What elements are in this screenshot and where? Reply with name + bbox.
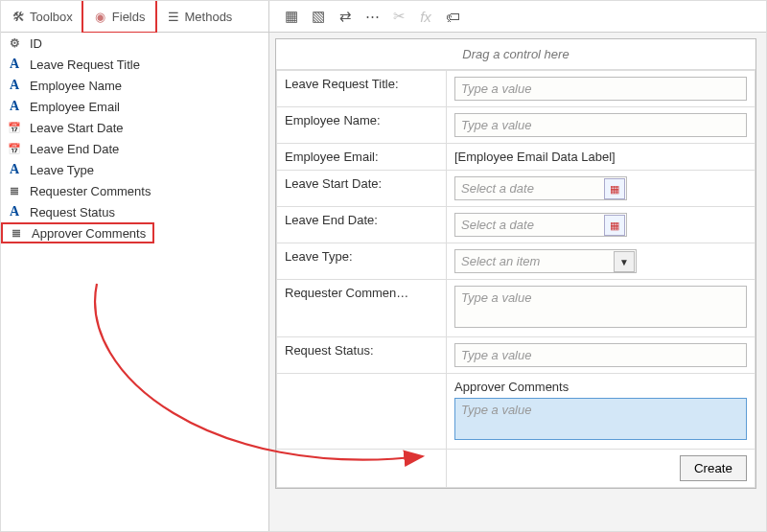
text-input[interactable]: [454, 113, 747, 137]
field-item[interactable]: ALeave Request Title: [1, 54, 268, 75]
more-icon[interactable]: ⋯: [363, 8, 381, 25]
field-control-cell: [447, 280, 755, 337]
field-label-cell: Leave Request Title:: [277, 71, 447, 107]
field-type-icon: ≣: [9, 225, 24, 241]
fx-icon: fx: [417, 8, 434, 25]
form-row: Create: [277, 450, 755, 488]
field-label-cell: Leave Type:: [277, 243, 447, 280]
field-label-cell: Employee Email:: [277, 144, 447, 171]
fields-panel: ⚙IDALeave Request TitleAEmployee NameAEm…: [1, 33, 269, 532]
field-label-cell: [277, 374, 447, 450]
form-row: Request Status:: [277, 337, 755, 374]
field-label: Approver Comments: [32, 226, 146, 241]
approver-comments-input[interactable]: [454, 398, 747, 440]
tab-toolbox[interactable]: 🛠 Toolbox: [1, 1, 82, 32]
date-input[interactable]: [454, 213, 627, 237]
drop-hint[interactable]: Drag a control here: [276, 39, 755, 70]
field-type-icon: 📅: [7, 141, 22, 156]
tab-fields[interactable]: ◉ Fields: [81, 0, 157, 34]
form-row: Requester Commen…: [277, 280, 755, 337]
form-table: Leave Request Title:Employee Name:Employ…: [276, 70, 755, 488]
field-label-cell: Leave Start Date:: [277, 171, 447, 207]
field-item[interactable]: ⚙ID: [1, 33, 268, 54]
chevron-down-icon[interactable]: ▼: [614, 251, 635, 272]
calendar-icon[interactable]: ▦: [604, 215, 625, 236]
cut-icon: ✂: [390, 8, 407, 25]
field-label: Leave Request Title: [30, 58, 140, 72]
panel-tabs: 🛠 Toolbox ◉ Fields ☰ Methods: [1, 1, 269, 32]
field-label: Employee Name: [30, 79, 122, 93]
field-item[interactable]: 📅Leave End Date: [1, 138, 268, 159]
methods-icon: ☰: [166, 9, 181, 24]
tab-label: Fields: [112, 10, 146, 24]
field-type-icon: A: [7, 162, 22, 177]
form-layout: Drag a control here Leave Request Title:…: [275, 38, 756, 489]
field-type-icon: ⚙: [7, 35, 22, 51]
design-canvas[interactable]: Drag a control here Leave Request Title:…: [269, 33, 766, 532]
field-label: Leave Start Date: [30, 121, 124, 135]
toolbox-icon: 🛠: [11, 9, 26, 24]
field-type-icon: ≣: [7, 183, 22, 198]
form-row: Leave Type:▼: [277, 243, 755, 280]
tab-label: Toolbox: [30, 10, 73, 24]
form-row: Approver Comments: [277, 374, 755, 450]
fields-icon: ◉: [93, 9, 108, 24]
date-input[interactable]: [454, 176, 627, 200]
tab-label: Methods: [185, 10, 233, 24]
textarea-input[interactable]: [454, 286, 747, 328]
field-type-icon: A: [7, 57, 22, 72]
field-control-cell: ▦: [447, 171, 755, 207]
field-control-cell: Approver Comments: [447, 374, 755, 450]
field-type-icon: 📅: [7, 120, 22, 135]
form-row: Employee Email:[Employee Email Data Labe…: [277, 144, 755, 171]
form-row: Leave Start Date:▦: [277, 171, 755, 207]
tab-methods[interactable]: ☰ Methods: [156, 1, 243, 32]
form-row: Employee Name:: [277, 107, 755, 144]
field-item[interactable]: AEmployee Email: [1, 96, 268, 117]
field-type-icon: A: [7, 78, 22, 93]
field-type-icon: A: [7, 204, 22, 220]
field-label: Employee Email: [30, 100, 120, 114]
field-item[interactable]: ≣Requester Comments: [1, 180, 268, 201]
field-label-cell: Request Status:: [277, 337, 447, 374]
field-type-icon: A: [7, 99, 22, 114]
field-control-cell: [447, 71, 755, 107]
field-control-cell: [Employee Email Data Label]: [447, 144, 755, 171]
field-control-cell: [447, 337, 755, 374]
field-control-cell: ▦: [447, 207, 755, 243]
field-label-cell: Requester Commen…: [277, 280, 447, 337]
field-label: ID: [30, 36, 42, 51]
calendar-icon[interactable]: ▦: [604, 178, 625, 199]
select-input[interactable]: [454, 249, 637, 273]
field-item[interactable]: AEmployee Name: [1, 75, 268, 96]
field-label: Request Status: [30, 205, 115, 220]
tag-icon[interactable]: 🏷: [444, 8, 461, 25]
text-input[interactable]: [454, 77, 747, 101]
unlink-icon[interactable]: ⇄: [337, 8, 354, 25]
form-row: Leave Request Title:: [277, 71, 755, 107]
field-label-cell: Employee Name:: [277, 107, 447, 144]
create-button[interactable]: Create: [680, 455, 747, 481]
field-label-cell: Leave End Date:: [277, 207, 447, 243]
data-label: [Employee Email Data Label]: [454, 150, 616, 164]
field-label: Leave Type: [30, 163, 94, 177]
form-row: Leave End Date:▦: [277, 207, 755, 243]
field-item[interactable]: ALeave Type: [1, 159, 268, 180]
field-item[interactable]: ≣Approver Comments: [1, 222, 154, 243]
field-control-cell: ▼: [447, 243, 755, 280]
approver-comments-label: Approver Comments: [454, 380, 747, 394]
layout-icon[interactable]: ▦: [283, 8, 300, 25]
field-label: Leave End Date: [30, 142, 119, 156]
layout-edit-icon[interactable]: ▧: [310, 8, 327, 25]
text-input[interactable]: [454, 343, 747, 367]
field-control-cell: [447, 107, 755, 144]
toolbar: ▦ ▧ ⇄ ⋯ ✂ fx 🏷: [269, 1, 461, 32]
field-item[interactable]: 📅Leave Start Date: [1, 117, 268, 138]
field-label: Requester Comments: [30, 184, 151, 198]
field-item[interactable]: ARequest Status: [1, 201, 268, 222]
